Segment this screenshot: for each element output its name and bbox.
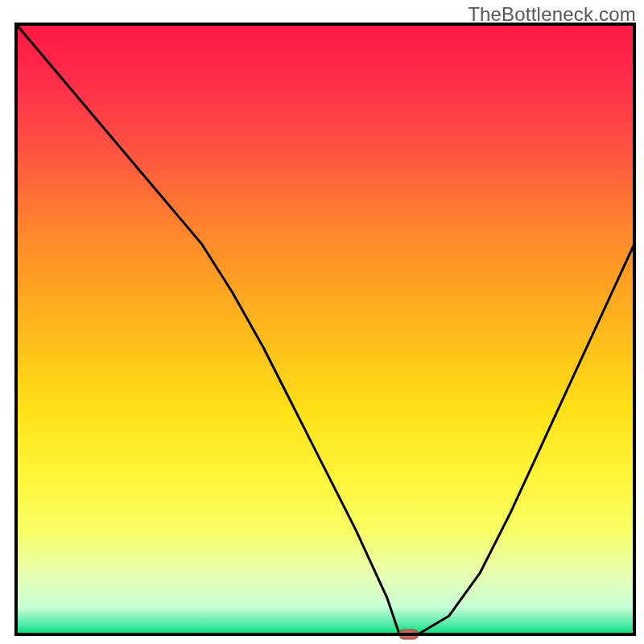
chart-stage: TheBottleneck.com [0,0,644,644]
watermark-text: TheBottleneck.com [468,3,636,26]
bottleneck-chart [0,0,644,644]
gradient-background [16,24,634,634]
plot-area [16,24,634,639]
